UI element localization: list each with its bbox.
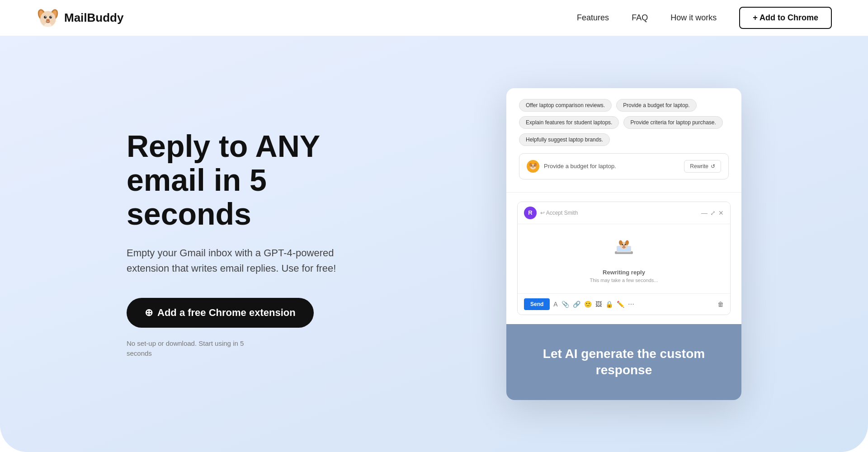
chrome-icon: ⊕ — [145, 307, 153, 319]
format-icon[interactable]: A — [553, 301, 557, 308]
cta-label: Add a free Chrome extension — [157, 307, 296, 319]
nav-faq[interactable]: FAQ — [632, 13, 648, 23]
more-options-icon[interactable]: ⋯ — [628, 301, 634, 308]
close-icon[interactable]: ✕ — [718, 209, 724, 217]
rewrite-button[interactable]: Rewrite ↺ — [684, 160, 721, 173]
signature-icon[interactable]: ✏️ — [617, 301, 624, 308]
svg-point-9 — [51, 16, 52, 17]
link-icon[interactable]: 🔗 — [573, 301, 580, 308]
lock-icon[interactable]: 🔒 — [605, 301, 613, 308]
svg-point-7 — [49, 16, 52, 19]
chips-row: Offer laptop comparison reviews. Provide… — [519, 99, 729, 146]
compose-toolbar: Send A 📎 🔗 🙂 🖼 🔒 ✏️ ⋯ 🗑 — [518, 293, 730, 315]
dog-avatar-small — [527, 160, 539, 173]
selected-chip-text: Provide a budget for laptop. — [544, 163, 616, 170]
dog-logo-icon — [36, 6, 60, 30]
logo[interactable]: MailBuddy — [36, 6, 123, 30]
nav-links: Features FAQ How it works + Add to Chrom… — [577, 7, 832, 29]
logo-text: MailBuddy — [64, 11, 123, 25]
hero-inner: Reply to ANY email in 5 seconds Empty yo… — [72, 61, 796, 428]
compose-header-left: R ↩ Accept Smith — [524, 207, 578, 219]
rewrite-icon: ↺ — [711, 163, 715, 170]
chip-2[interactable]: Explain features for student laptops. — [519, 116, 619, 129]
svg-point-24 — [622, 244, 623, 245]
hero-section: Reply to ANY email in 5 seconds Empty yo… — [0, 36, 868, 452]
compose-body: Rewriting reply This may take a few seco… — [518, 224, 730, 293]
svg-point-8 — [45, 16, 46, 17]
hero-left: Reply to ANY email in 5 seconds Empty yo… — [127, 129, 362, 359]
navbar: MailBuddy Features FAQ How it works + Ad… — [0, 0, 868, 36]
svg-point-26 — [623, 245, 625, 247]
svg-point-10 — [46, 19, 50, 22]
mockup-bottom: Let AI generate the custom response — [506, 324, 741, 400]
nav-how-it-works[interactable]: How it works — [670, 13, 717, 23]
svg-point-16 — [533, 165, 534, 166]
expand-icon[interactable]: ⤢ — [710, 209, 716, 217]
hero-subtitle: Empty your Gmail inbox with a GPT-4-powe… — [127, 245, 344, 276]
no-setup-text: No set-up or download. Start using in 5 … — [127, 339, 253, 359]
rewriting-text: Rewriting reply This may take a few seco… — [590, 268, 658, 284]
hero-right: Offer laptop comparison reviews. Provide… — [398, 88, 741, 400]
nav-features[interactable]: Features — [577, 13, 609, 23]
r-avatar: R — [524, 207, 537, 219]
input-row-left: Provide a budget for laptop. — [527, 160, 616, 173]
rewrite-label: Rewrite — [690, 163, 708, 170]
chip-1[interactable]: Provide a budget for laptop. — [616, 99, 696, 112]
svg-point-6 — [44, 16, 47, 19]
email-compose: R ↩ Accept Smith — ⤢ ✕ — [517, 202, 731, 315]
compose-to: ↩ Accept Smith — [540, 210, 578, 216]
rewriting-title: Rewriting reply — [590, 268, 658, 277]
add-chrome-extension-button[interactable]: ⊕ Add a free Chrome extension — [127, 298, 314, 328]
minimize-icon[interactable]: — — [701, 209, 708, 217]
add-to-chrome-button[interactable]: + Add to Chrome — [739, 7, 832, 29]
svg-point-17 — [532, 166, 533, 168]
mockup-middle: R ↩ Accept Smith — ⤢ ✕ — [506, 192, 741, 324]
delete-icon[interactable]: 🗑 — [717, 301, 724, 308]
attachment-icon[interactable]: 📎 — [561, 301, 569, 308]
loading-dog-icon — [610, 233, 637, 264]
rewriting-subtitle: This may take a few seconds... — [590, 277, 658, 284]
mockup-top: Offer laptop comparison reviews. Provide… — [506, 88, 741, 192]
chip-3[interactable]: Provide criteria for laptop purchase. — [623, 116, 722, 129]
svg-point-15 — [532, 165, 533, 166]
svg-point-11 — [44, 23, 52, 28]
hero-title: Reply to ANY email in 5 seconds — [127, 129, 362, 231]
chip-4[interactable]: Helpfully suggest laptop brands. — [519, 133, 610, 146]
send-button[interactable]: Send — [524, 298, 550, 310]
ai-response-text: Let AI generate the custom response — [519, 346, 729, 379]
emoji-icon[interactable]: 🙂 — [584, 301, 592, 308]
image-icon[interactable]: 🖼 — [595, 301, 602, 308]
compose-icons: — ⤢ ✕ — [701, 209, 724, 217]
mockup-container: Offer laptop comparison reviews. Provide… — [506, 88, 741, 400]
compose-header: R ↩ Accept Smith — ⤢ ✕ — [518, 202, 730, 224]
selected-chip-row: Provide a budget for laptop. Rewrite ↺ — [519, 153, 729, 179]
chip-0[interactable]: Offer laptop comparison reviews. — [519, 99, 612, 112]
svg-point-25 — [625, 244, 626, 245]
